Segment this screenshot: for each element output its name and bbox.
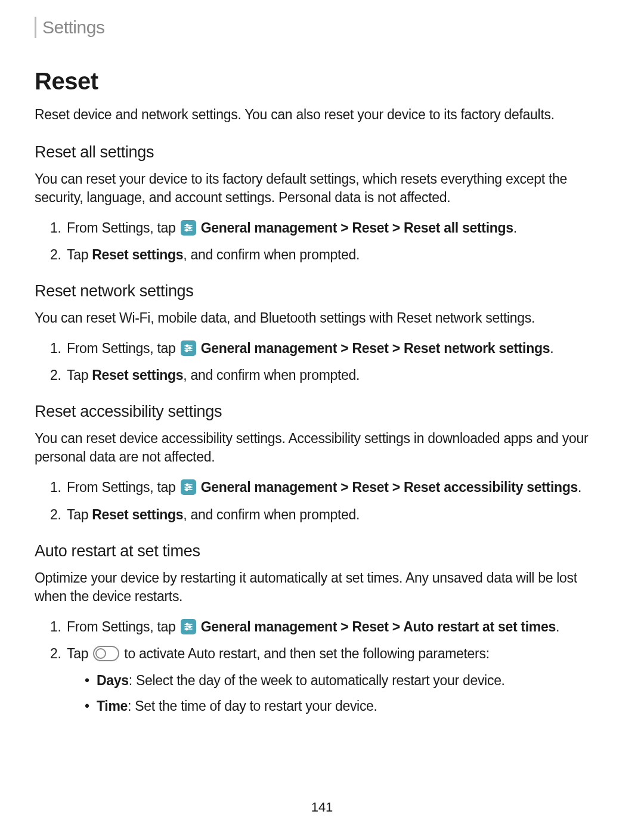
settings-sliders-icon bbox=[181, 340, 196, 356]
step-period: . bbox=[550, 340, 553, 356]
svg-point-4 bbox=[188, 227, 190, 228]
step-text: , and confirm when prompted. bbox=[183, 507, 360, 522]
page-header: Settings bbox=[35, 17, 609, 38]
svg-point-22 bbox=[188, 625, 190, 627]
step-text: , and confirm when prompted. bbox=[183, 247, 360, 262]
bullet-label: Time bbox=[97, 698, 128, 714]
step-text: , and confirm when prompted. bbox=[183, 367, 360, 383]
toggle-off-icon bbox=[93, 646, 119, 661]
step-bold: Reset settings bbox=[92, 247, 183, 262]
bullet-text: : Set the time of day to restart your de… bbox=[128, 698, 377, 714]
step-bold: Reset settings bbox=[92, 507, 183, 522]
step-item: From Settings, tap General management > … bbox=[50, 339, 609, 358]
step-item: From Settings, tap General management > … bbox=[50, 478, 609, 497]
section-desc-reset-network: You can reset Wi-Fi, mobile data, and Bl… bbox=[35, 309, 609, 327]
auto-restart-bullets: Days: Select the day of the week to auto… bbox=[85, 671, 609, 716]
step-path: General management > Reset > Reset all s… bbox=[201, 220, 513, 236]
step-text: From Settings, tap bbox=[67, 340, 176, 356]
step-text: From Settings, tap bbox=[67, 619, 176, 634]
section-title-reset-accessibility: Reset accessibility settings bbox=[35, 402, 609, 421]
svg-point-17 bbox=[185, 489, 187, 491]
header-divider bbox=[35, 17, 36, 38]
step-item: Tap Reset settings, and confirm when pro… bbox=[50, 246, 609, 264]
settings-sliders-icon bbox=[181, 479, 196, 495]
step-item: Tap Reset settings, and confirm when pro… bbox=[50, 506, 609, 524]
header-title: Settings bbox=[42, 17, 104, 38]
section-title-auto-restart: Auto restart at set times bbox=[35, 542, 609, 561]
step-path: General management > Reset > Auto restar… bbox=[201, 619, 556, 634]
step-item: From Settings, tap General management > … bbox=[50, 618, 609, 636]
settings-sliders-icon bbox=[181, 220, 196, 236]
section-title-reset-network: Reset network settings bbox=[35, 282, 609, 301]
steps-auto-restart: From Settings, tap General management > … bbox=[50, 618, 609, 716]
main-intro: Reset device and network settings. You c… bbox=[35, 106, 609, 124]
svg-point-16 bbox=[188, 487, 190, 488]
step-path: General management > Reset > Reset netwo… bbox=[201, 340, 550, 356]
svg-point-10 bbox=[188, 348, 190, 349]
step-item: From Settings, tap General management > … bbox=[50, 219, 609, 237]
settings-sliders-icon bbox=[181, 619, 196, 634]
step-text: From Settings, tap bbox=[67, 479, 176, 495]
step-period: . bbox=[556, 619, 559, 634]
step-text: Tap bbox=[67, 247, 92, 262]
svg-point-23 bbox=[185, 628, 187, 630]
svg-point-15 bbox=[186, 484, 188, 486]
section-desc-reset-all: You can reset your device to its factory… bbox=[35, 170, 609, 207]
step-text: Tap bbox=[67, 507, 92, 522]
bullet-item: Time: Set the time of day to restart you… bbox=[85, 697, 609, 716]
step-period: . bbox=[513, 220, 517, 236]
svg-point-5 bbox=[185, 229, 187, 231]
step-period: . bbox=[578, 479, 581, 495]
page-number: 141 bbox=[0, 800, 644, 815]
step-text: Tap bbox=[67, 367, 92, 383]
svg-point-21 bbox=[186, 623, 188, 625]
svg-point-9 bbox=[186, 345, 188, 347]
steps-reset-network: From Settings, tap General management > … bbox=[50, 339, 609, 385]
bullet-text: : Select the day of the week to automati… bbox=[129, 673, 505, 688]
step-bold: Reset settings bbox=[92, 367, 183, 383]
step-text: Tap bbox=[67, 646, 92, 661]
section-desc-auto-restart: Optimize your device by restarting it au… bbox=[35, 569, 609, 606]
step-text: to activate Auto restart, and then set t… bbox=[120, 646, 489, 661]
bullet-item: Days: Select the day of the week to auto… bbox=[85, 671, 609, 690]
step-text: From Settings, tap bbox=[67, 220, 176, 236]
step-item: Tap to activate Auto restart, and then s… bbox=[50, 645, 609, 716]
section-desc-reset-accessibility: You can reset device accessibility setti… bbox=[35, 429, 609, 466]
svg-point-11 bbox=[185, 350, 187, 352]
steps-reset-accessibility: From Settings, tap General management > … bbox=[50, 478, 609, 524]
main-title: Reset bbox=[35, 68, 609, 95]
step-path: General management > Reset > Reset acces… bbox=[201, 479, 578, 495]
svg-point-3 bbox=[186, 224, 188, 226]
step-item: Tap Reset settings, and confirm when pro… bbox=[50, 366, 609, 385]
section-title-reset-all: Reset all settings bbox=[35, 143, 609, 162]
steps-reset-all: From Settings, tap General management > … bbox=[50, 219, 609, 264]
bullet-label: Days bbox=[97, 673, 129, 688]
